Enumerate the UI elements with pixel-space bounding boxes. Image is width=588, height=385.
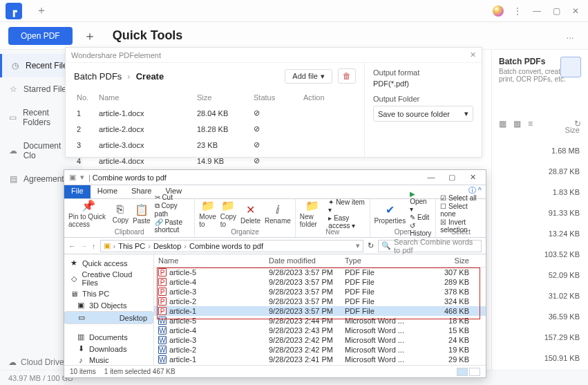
- table-row[interactable]: 3article-3.docx23 KB⊘: [75, 138, 354, 152]
- exp-minimize-button[interactable]: —: [421, 173, 442, 182]
- refresh-button[interactable]: ↻: [368, 241, 374, 250]
- app-titlebar: ┏ ＋ ⋮ — ▢ ✕: [0, 0, 588, 22]
- tree-item-this-pc[interactable]: 🖥This PC: [64, 288, 153, 299]
- add-file-button[interactable]: Add file▾: [285, 69, 332, 84]
- tree-item-quick-access[interactable]: ★Quick access: [64, 257, 153, 269]
- back-button[interactable]: ←: [68, 242, 76, 250]
- search-input[interactable]: 🔍 Search Combine words to pdf: [378, 240, 482, 252]
- minimize-button[interactable]: —: [529, 3, 545, 19]
- dialog-title: Wondershare PDFelement: [71, 51, 161, 59]
- new-tab-button[interactable]: ＋: [32, 3, 51, 18]
- list-item[interactable]: Particle-19/28/2023 3:57 PMPDF File468 K…: [154, 306, 486, 316]
- move-to-button[interactable]: 📁Move to: [199, 199, 216, 228]
- easy-access-button[interactable]: ▸ Easy access ▾: [328, 214, 365, 229]
- pdf-icon: P: [158, 307, 167, 315]
- list-item[interactable]: Warticle-59/28/2023 2:44 PMMicrosoft Wor…: [154, 316, 486, 326]
- pdf-icon: P: [158, 297, 167, 306]
- table-row[interactable]: 4article-4.docx14.9 KB⊘: [75, 153, 354, 168]
- col-status: Status: [252, 91, 301, 104]
- table-row[interactable]: 2article-2.docx18.28 KB⊘: [75, 122, 354, 136]
- wondershare-dialog: Wondershare PDFelement ✕ Batch PDFs › Cr…: [65, 47, 482, 158]
- view-details-button[interactable]: [457, 368, 468, 376]
- new-item-button[interactable]: ✦ New item ▾: [328, 198, 365, 214]
- view-list-icon[interactable]: ≡: [528, 119, 533, 129]
- table-row[interactable]: 1article-1.docx28.04 KB⊘: [75, 106, 354, 120]
- kebab-icon[interactable]: ⋮: [509, 3, 526, 19]
- breadcrumb-root[interactable]: Batch PDFs: [74, 71, 122, 82]
- tree-item-desktop[interactable]: ▭Desktop: [64, 311, 153, 324]
- view-icons-button[interactable]: [469, 368, 480, 376]
- delete-button[interactable]: 🗑: [338, 68, 356, 84]
- list-item[interactable]: Warticle-29/28/2023 2:42 PMMicrosoft Wor…: [154, 345, 486, 355]
- folder-icon: ▣: [69, 173, 76, 182]
- more-icon[interactable]: …: [560, 31, 580, 41]
- pin-button[interactable]: 📌Pin to Quick access: [68, 199, 108, 228]
- select-all-button[interactable]: ☑ Select all: [440, 194, 482, 202]
- list-item[interactable]: Warticle-49/28/2023 2:43 PMMicrosoft Wor…: [154, 326, 486, 335]
- file-list: Name Date modified Type Size Particle-59…: [154, 254, 486, 365]
- col-no: No.: [75, 91, 96, 104]
- paste-shortcut-button[interactable]: 🔗 Paste shortcut: [155, 218, 191, 234]
- select-none-button[interactable]: ☐ Select none: [440, 203, 482, 218]
- address-bar[interactable]: ▣ › This PC › Desktop › Combine words to…: [100, 240, 364, 252]
- tab-share[interactable]: Share: [124, 185, 158, 198]
- rename-button[interactable]: ⅈRename: [265, 203, 291, 225]
- cloud-drive-link[interactable]: ☁ Cloud Drive: [8, 357, 64, 367]
- cut-button[interactable]: ✂ Cut: [155, 194, 191, 201]
- list-item[interactable]: Particle-29/28/2023 3:57 PMPDF File324 K…: [154, 297, 486, 306]
- tree-item-music[interactable]: ♪Music: [64, 355, 153, 365]
- qat-icon[interactable]: ▾: [80, 173, 84, 182]
- file-size: 31.02 KB: [549, 292, 580, 300]
- close-button[interactable]: ✕: [567, 3, 584, 19]
- list-item[interactable]: Particle-39/28/2023 3:57 PMPDF File378 K…: [154, 287, 486, 297]
- tree-item-creative-cloud-files[interactable]: ◇Creative Cloud Files: [64, 269, 153, 288]
- open-button[interactable]: ▶ Open ▾: [410, 190, 431, 213]
- output-folder-select[interactable]: Save to source folder▾: [373, 106, 473, 122]
- copy-to-button[interactable]: 📁Copy to: [220, 199, 236, 228]
- pdf-icon: P: [158, 288, 167, 296]
- open-pdf-button[interactable]: Open PDF: [8, 27, 73, 45]
- tab-home[interactable]: Home: [91, 185, 124, 198]
- add-button[interactable]: ＋: [84, 28, 96, 44]
- view-grid2-icon[interactable]: ▦: [513, 119, 521, 129]
- tree-item-3d-objects[interactable]: ▣3D Objects: [64, 299, 153, 311]
- maximize-button[interactable]: ▢: [548, 3, 565, 19]
- list-item[interactable]: Warticle-39/28/2023 2:42 PMMicrosoft Wor…: [154, 335, 486, 345]
- col-size[interactable]: Size: [421, 256, 469, 265]
- edit-button[interactable]: ✎ Edit: [410, 214, 431, 221]
- sidebar-icon: ▤: [8, 174, 18, 184]
- size-header: Size: [565, 126, 580, 134]
- theme-orb-icon[interactable]: [490, 3, 506, 19]
- doc-icon: W: [158, 317, 167, 325]
- dialog-close-button[interactable]: ✕: [470, 50, 476, 59]
- up-button[interactable]: ↑: [92, 242, 96, 250]
- paste-button[interactable]: 📋Paste: [133, 203, 151, 225]
- sidebar-icon: ▭: [8, 113, 17, 122]
- copy-path-button[interactable]: ⧉ Copy path: [155, 202, 191, 218]
- forward-button[interactable]: →: [80, 242, 88, 250]
- history-button[interactable]: ↺ History: [410, 222, 431, 237]
- list-item[interactable]: Warticle-19/28/2023 2:41 PMMicrosoft Wor…: [154, 355, 486, 364]
- list-item[interactable]: Particle-49/28/2023 3:57 PMPDF File289 K…: [154, 277, 486, 287]
- file-size: 157.29 KB: [544, 333, 580, 341]
- col-type[interactable]: Type: [345, 256, 421, 265]
- explorer-title: Combine words to pdf: [93, 173, 167, 182]
- col-date[interactable]: Date modified: [269, 256, 345, 265]
- new-folder-button[interactable]: 📁New folder: [300, 199, 325, 228]
- exp-maximize-button[interactable]: ▢: [442, 173, 462, 182]
- col-name[interactable]: Name: [158, 256, 269, 265]
- delete-exp-button[interactable]: ✕Delete: [240, 203, 260, 225]
- file-size: 28.87 KB: [549, 167, 580, 176]
- doc-icon: W: [158, 336, 167, 344]
- file-size: 150.91 KB: [544, 354, 580, 362]
- view-grid-icon[interactable]: ▦: [499, 119, 506, 129]
- tab-file[interactable]: File: [64, 185, 91, 198]
- tree-item-documents[interactable]: ▥Documents: [64, 331, 153, 343]
- file-size: 52.09 KB: [549, 271, 580, 279]
- copy-button[interactable]: ⎘Copy: [113, 203, 129, 224]
- exp-close-button[interactable]: ✕: [462, 173, 483, 182]
- properties-button[interactable]: ✔Properties: [374, 203, 406, 225]
- tree-item-downloads[interactable]: ⬇Downloads: [64, 343, 153, 355]
- list-item[interactable]: Particle-59/28/2023 3:57 PMPDF File307 K…: [154, 267, 486, 277]
- file-size: 36.59 KB: [549, 312, 580, 321]
